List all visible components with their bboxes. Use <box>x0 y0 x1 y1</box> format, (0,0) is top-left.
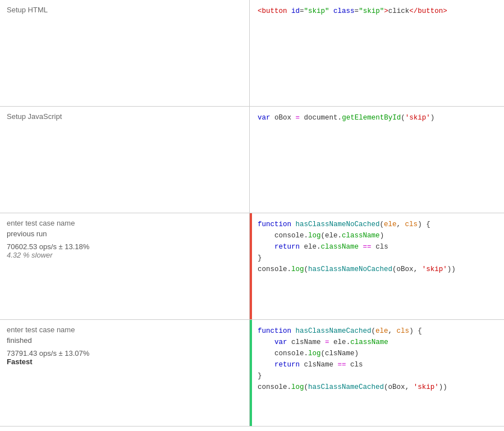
param-cls-2: cls <box>397 327 410 335</box>
attr-id-val: "skip" <box>304 7 329 15</box>
code-return-2: return clsName == cls <box>258 359 496 370</box>
kw-function-2: function <box>258 327 291 335</box>
param-ele-1: ele <box>384 221 397 228</box>
test-2-title: enter test case name <box>7 325 242 334</box>
param-cls-1: cls <box>405 221 418 228</box>
attr-id: id <box>291 7 300 15</box>
section-left-setup-html: Setup HTML <box>0 0 250 106</box>
test-1-ops: 70602.53 ops/s ± 13.18% <box>7 242 242 251</box>
code-call-1: console.log(hasClassNameNoCached(oBox, '… <box>258 264 496 275</box>
test-2-label: finished <box>7 336 242 345</box>
test-1-label: previous run <box>7 230 242 238</box>
kw-function-1: function <box>258 221 291 228</box>
section-test-2: enter test case name finished 73791.43 o… <box>0 320 504 427</box>
section-left-setup-js: Setup JavaScript <box>0 107 250 213</box>
section-right-test-1: function hasClassNameNoCached(ele, cls) … <box>250 213 504 319</box>
test-2-note: Fastest <box>7 357 242 366</box>
code-console-2: console.log(clsName) <box>258 348 496 359</box>
section-left-test-2: enter test case name finished 73791.43 o… <box>0 320 250 426</box>
test-1-note: 4.32 % slower <box>7 251 242 259</box>
setup-html-title: Setup HTML <box>7 6 242 14</box>
code-console-1: console.log(ele.className) <box>258 230 496 241</box>
code-line-var: var oBox = document.getElementById('skip… <box>258 112 496 123</box>
fn-name-2: hasClassNameCached <box>296 327 372 335</box>
kw-var: var <box>258 114 271 122</box>
fn-name-1: hasClassNameNoCached <box>296 221 380 228</box>
section-right-setup-html: <button id="skip" class="skip">click</bu… <box>250 0 504 106</box>
code-var-clsname: var clsName = ele.className <box>258 337 496 348</box>
code-func-def-1: function hasClassNameNoCached(ele, cls) … <box>258 219 496 230</box>
section-left-test-1: enter test case name previous run 70602.… <box>0 213 250 319</box>
param-ele-2: ele <box>375 327 388 335</box>
str-skip: 'skip' <box>405 114 430 122</box>
section-setup-html: Setup HTML <button id="skip" class="skip… <box>0 0 504 107</box>
code-return-1: return ele.className == cls <box>258 241 496 253</box>
section-setup-js: Setup JavaScript var oBox = document.get… <box>0 107 504 213</box>
test-1-title: enter test case name <box>7 219 242 227</box>
obj-obox: oBox <box>274 114 291 122</box>
test-2-ops: 73791.43 ops/s ± 13.07% <box>7 349 242 357</box>
code-line-1: <button id="skip" class="skip">click</bu… <box>258 6 496 17</box>
code-brace-2: } <box>258 370 496 382</box>
code-brace-1: } <box>258 253 496 264</box>
setup-js-title: Setup JavaScript <box>7 112 242 121</box>
section-right-test-2: function hasClassNameCached(ele, cls) { … <box>250 320 504 426</box>
section-right-setup-js: var oBox = document.getElementById('skip… <box>250 107 504 213</box>
code-call-2: console.log(hasClassNameCached(oBox, 'sk… <box>258 382 496 393</box>
section-test-1: enter test case name previous run 70602.… <box>0 213 504 320</box>
attr-class-val: "skip" <box>359 7 384 15</box>
attr-class: class <box>333 7 355 15</box>
tag-open: <button <box>258 7 287 15</box>
method-getelementbyid: getElementById <box>342 114 401 122</box>
code-func-def-2: function hasClassNameCached(ele, cls) { <box>258 325 496 337</box>
tag-text: click <box>388 7 410 15</box>
